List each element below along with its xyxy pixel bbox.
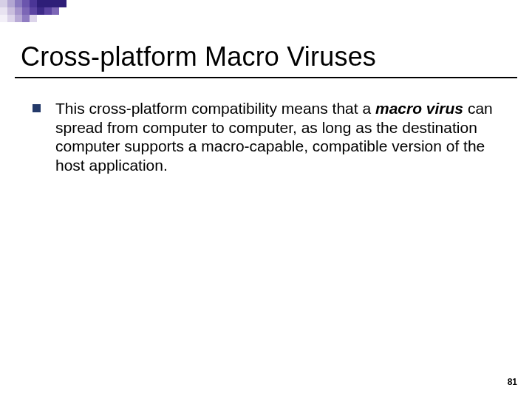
- text-part: This cross-platform compatibility means …: [55, 100, 375, 117]
- deco-square: [52, 7, 59, 15]
- corner-decoration: [0, 0, 133, 30]
- deco-square: [37, 0, 44, 7]
- slide-body: This cross-platform compatibility means …: [33, 99, 505, 174]
- term-macro-virus: macro virus: [375, 100, 463, 117]
- slide-title: Cross-platform Macro Viruses: [21, 41, 376, 72]
- bullet-item: This cross-platform compatibility means …: [33, 99, 505, 174]
- square-bullet-icon: [33, 104, 41, 112]
- title-underline: [15, 77, 517, 78]
- deco-square: [22, 7, 30, 15]
- page-number: 81: [508, 377, 517, 387]
- deco-square: [44, 7, 52, 15]
- deco-square: [7, 15, 15, 22]
- deco-square: [15, 7, 22, 15]
- deco-square: [30, 0, 37, 7]
- deco-square: [0, 7, 7, 15]
- deco-square: [37, 7, 44, 15]
- deco-square: [0, 15, 7, 22]
- deco-square: [7, 0, 15, 7]
- deco-square: [0, 0, 7, 7]
- deco-square: [30, 7, 37, 15]
- deco-square: [30, 15, 37, 22]
- deco-square: [15, 15, 22, 22]
- bullet-text: This cross-platform compatibility means …: [55, 99, 505, 174]
- deco-square: [22, 0, 30, 7]
- deco-square: [52, 0, 59, 7]
- deco-square: [7, 7, 15, 15]
- deco-square: [59, 0, 66, 7]
- deco-square: [22, 15, 30, 22]
- deco-square: [44, 0, 52, 7]
- deco-square: [15, 0, 22, 7]
